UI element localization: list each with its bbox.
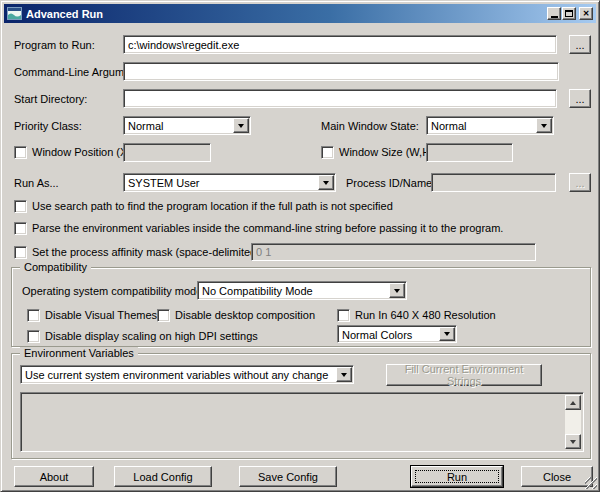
disable-visual-themes-label: Disable Visual Themes bbox=[45, 309, 157, 322]
maximize-icon bbox=[565, 10, 573, 17]
main-window-state-label: Main Window State: bbox=[321, 120, 419, 133]
resize-grip[interactable] bbox=[585, 477, 597, 489]
colors-select[interactable]: Normal Colors bbox=[337, 325, 457, 343]
parse-env-vars-label: Parse the environment variables inside t… bbox=[32, 222, 503, 235]
chevron-down-icon bbox=[541, 124, 547, 131]
environment-mode-value: Use current system environment variables… bbox=[25, 369, 335, 381]
close-icon: ✕ bbox=[583, 10, 590, 18]
window-position-checkbox[interactable] bbox=[14, 146, 27, 159]
window-position-input bbox=[123, 143, 211, 162]
browse-program-button[interactable]: ... bbox=[569, 35, 591, 54]
fill-environment-strings-button: Fill Current Environment Strings bbox=[386, 364, 542, 386]
affinity-mask-label: Set the process affinity mask (space-del… bbox=[32, 246, 279, 259]
save-config-button[interactable]: Save Config bbox=[239, 466, 337, 487]
scroll-down-icon bbox=[570, 440, 576, 447]
environment-mode-select[interactable]: Use current system environment variables… bbox=[20, 365, 354, 384]
browse-start-directory-button[interactable]: ... bbox=[569, 89, 591, 108]
main-window-state-select[interactable]: Normal bbox=[426, 116, 554, 135]
priority-class-select[interactable]: Normal bbox=[123, 116, 251, 135]
run-640x480-label: Run In 640 X 480 Resolution bbox=[355, 309, 496, 322]
program-to-run-label: Program to Run: bbox=[14, 39, 95, 52]
browse-process-button: ... bbox=[569, 173, 591, 192]
scroll-up-icon bbox=[570, 398, 576, 405]
parse-env-vars-checkbox[interactable] bbox=[14, 222, 27, 235]
use-search-path-checkbox[interactable] bbox=[14, 200, 27, 213]
disable-desktop-composition-label: Disable desktop composition bbox=[175, 309, 315, 322]
program-to-run-input-wrap bbox=[123, 35, 557, 54]
os-compat-mode-select[interactable]: No Compatibility Mode bbox=[197, 281, 407, 300]
start-directory-label: Start Directory: bbox=[14, 93, 87, 106]
environment-scrollbar[interactable] bbox=[565, 395, 581, 449]
window-title: Advanced Run bbox=[26, 8, 103, 20]
affinity-mask-input bbox=[251, 243, 536, 261]
window-size-input bbox=[426, 143, 513, 162]
colors-value: Normal Colors bbox=[342, 329, 438, 341]
os-compat-mode-label: Operating system compatibility mode: bbox=[22, 285, 205, 298]
priority-class-dropdown-button[interactable] bbox=[233, 118, 249, 133]
run-as-label: Run As... bbox=[14, 177, 59, 190]
disable-dpi-scaling-checkbox[interactable] bbox=[27, 330, 40, 343]
colors-dropdown-button[interactable] bbox=[439, 327, 455, 341]
start-directory-input-wrap bbox=[123, 89, 557, 108]
chevron-down-icon bbox=[238, 124, 244, 131]
environment-mode-dropdown-button[interactable] bbox=[336, 367, 352, 382]
command-line-arguments-input[interactable] bbox=[123, 62, 559, 81]
advanced-run-dialog: Advanced Run ✕ Program to Run: ... Comma… bbox=[0, 0, 600, 492]
scroll-down-button[interactable] bbox=[565, 434, 581, 449]
window-position-input-wrap bbox=[123, 143, 211, 162]
priority-class-label: Priority Class: bbox=[14, 120, 82, 133]
chevron-down-icon bbox=[341, 373, 347, 380]
app-icon bbox=[7, 7, 22, 20]
run-as-dropdown-button[interactable] bbox=[318, 175, 334, 190]
command-line-arguments-input-wrap bbox=[123, 62, 559, 81]
affinity-mask-input-wrap bbox=[251, 243, 536, 261]
environment-variables-group: Environment Variables Use current system… bbox=[11, 353, 591, 459]
environment-strings-textarea[interactable] bbox=[20, 392, 584, 452]
window-size-input-wrap bbox=[426, 143, 513, 162]
close-window-button[interactable]: ✕ bbox=[579, 7, 593, 20]
run-640x480-checkbox[interactable] bbox=[337, 309, 350, 322]
title-bar[interactable]: Advanced Run ✕ bbox=[4, 4, 596, 23]
close-button[interactable]: Close bbox=[521, 466, 593, 487]
main-window-state-value: Normal bbox=[431, 120, 535, 132]
focus-rectangle bbox=[415, 470, 499, 483]
compatibility-legend: Compatibility bbox=[20, 261, 91, 274]
run-as-select[interactable]: SYSTEM User bbox=[123, 173, 336, 192]
window-size-label: Window Size (W,H): bbox=[339, 146, 437, 159]
load-config-button[interactable]: Load Config bbox=[114, 466, 212, 487]
run-as-value: SYSTEM User bbox=[128, 177, 317, 189]
minimize-button[interactable] bbox=[547, 7, 561, 20]
disable-desktop-composition-checkbox[interactable] bbox=[157, 309, 170, 322]
disable-visual-themes-checkbox[interactable] bbox=[27, 309, 40, 322]
environment-variables-legend: Environment Variables bbox=[20, 347, 138, 360]
minimize-icon bbox=[551, 16, 558, 18]
chevron-down-icon bbox=[323, 181, 329, 188]
window-controls: ✕ bbox=[546, 7, 593, 20]
scroll-up-button[interactable] bbox=[565, 395, 581, 410]
run-button[interactable]: Run bbox=[411, 466, 503, 487]
priority-class-value: Normal bbox=[128, 120, 232, 132]
process-id-input bbox=[431, 173, 556, 192]
program-to-run-input[interactable] bbox=[123, 35, 557, 54]
process-id-label: Process ID/Name: bbox=[346, 177, 435, 190]
affinity-mask-checkbox[interactable] bbox=[14, 246, 27, 259]
window-size-checkbox[interactable] bbox=[321, 146, 334, 159]
process-id-input-wrap bbox=[431, 173, 556, 192]
os-compat-mode-value: No Compatibility Mode bbox=[202, 285, 388, 297]
main-window-state-dropdown-button[interactable] bbox=[536, 118, 552, 133]
os-compat-mode-dropdown-button[interactable] bbox=[389, 283, 405, 298]
disable-dpi-scaling-label: Disable display scaling on high DPI sett… bbox=[45, 330, 258, 343]
chevron-down-icon bbox=[444, 332, 450, 339]
use-search-path-label: Use search path to find the program loca… bbox=[32, 200, 393, 213]
chevron-down-icon bbox=[394, 289, 400, 296]
about-button[interactable]: About bbox=[14, 466, 94, 487]
start-directory-input[interactable] bbox=[123, 89, 557, 108]
compatibility-group: Compatibility Operating system compatibi… bbox=[11, 267, 591, 347]
maximize-button[interactable] bbox=[562, 7, 576, 20]
